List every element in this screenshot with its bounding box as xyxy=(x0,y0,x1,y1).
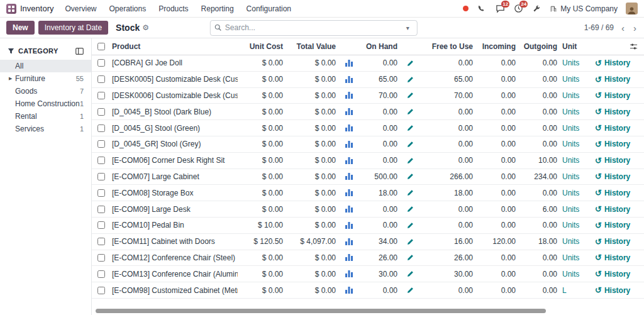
history-button[interactable]: ↺ History xyxy=(595,270,644,279)
expand-caret-icon[interactable]: ▶ xyxy=(9,76,15,81)
phone-icon[interactable] xyxy=(477,4,487,14)
row-checkbox[interactable] xyxy=(97,157,105,164)
menu-reporting[interactable]: Reporting xyxy=(201,4,234,13)
total-value-cell[interactable]: $ 0.00 xyxy=(288,221,341,229)
inventory-app-icon[interactable] xyxy=(6,4,16,14)
category-item[interactable]: Home Construction 1 xyxy=(0,97,91,110)
incoming-cell[interactable]: 0.00 xyxy=(478,253,521,262)
unit-link[interactable]: Units xyxy=(562,140,595,148)
free-to-use-cell[interactable]: 0.00 xyxy=(418,205,478,214)
incoming-cell[interactable]: 0.00 xyxy=(478,91,521,100)
table-row[interactable]: [D_0045_GR] Stool (Grey) $ 0.00 $ 0.00 0… xyxy=(92,136,644,153)
unit-cost-cell[interactable]: $ 0.00 xyxy=(238,91,288,100)
edit-pencil-icon[interactable] xyxy=(402,173,418,180)
incoming-cell[interactable]: 0.00 xyxy=(478,58,521,67)
user-avatar[interactable] xyxy=(626,3,638,14)
product-name[interactable]: [D_0045_B] Stool (Dark Blue) xyxy=(111,108,238,116)
unit-cost-cell[interactable]: $ 0.00 xyxy=(238,189,288,197)
total-value-cell[interactable]: $ 0.00 xyxy=(288,156,341,165)
edit-pencil-icon[interactable] xyxy=(402,189,418,196)
total-value-cell[interactable]: $ 4,097.00 xyxy=(288,237,341,246)
outgoing-cell[interactable]: 0.00 xyxy=(521,108,562,116)
edit-pencil-icon[interactable] xyxy=(402,108,418,115)
total-value-cell[interactable]: $ 0.00 xyxy=(288,140,341,148)
history-button[interactable]: ↺ History xyxy=(595,189,644,197)
edit-pencil-icon[interactable] xyxy=(402,287,418,294)
product-name[interactable]: [D_0045_GR] Stool (Grey) xyxy=(111,140,238,148)
product-name[interactable]: [E-COM08] Storage Box xyxy=(111,189,238,197)
total-value-cell[interactable]: $ 0.00 xyxy=(288,91,341,100)
on-hand-cell[interactable]: 0.00 xyxy=(357,58,402,67)
free-to-use-cell[interactable]: 0.00 xyxy=(418,140,478,148)
forecast-chart-icon[interactable] xyxy=(341,189,357,196)
outgoing-cell[interactable]: 18.00 xyxy=(521,237,562,246)
new-button[interactable]: New xyxy=(6,21,35,35)
free-to-use-cell[interactable]: 65.00 xyxy=(418,75,478,84)
table-row[interactable]: [E-COM13] Conference Chair (Aluminium) $… xyxy=(92,266,644,282)
optional-columns-icon[interactable] xyxy=(595,43,644,50)
product-name[interactable]: [E-COM06] Corner Desk Right Sit xyxy=(111,156,238,165)
total-value-cell[interactable]: $ 0.00 xyxy=(288,270,341,279)
forecast-chart-icon[interactable] xyxy=(341,60,357,67)
edit-pencil-icon[interactable] xyxy=(402,254,418,261)
category-item[interactable]: Services 1 xyxy=(0,123,91,135)
company-switcher[interactable]: My US Company xyxy=(550,4,618,13)
outgoing-cell[interactable]: 0.00 xyxy=(521,58,562,67)
unit-link[interactable]: Units xyxy=(562,75,595,84)
unit-link[interactable]: L xyxy=(562,286,595,295)
unit-link[interactable]: Units xyxy=(562,58,595,67)
header-incoming[interactable]: Incoming xyxy=(478,42,521,51)
row-checkbox[interactable] xyxy=(97,108,105,116)
history-button[interactable]: ↺ History xyxy=(595,172,644,181)
history-button[interactable]: ↺ History xyxy=(595,91,644,100)
row-checkbox[interactable] xyxy=(97,173,105,180)
row-checkbox[interactable] xyxy=(97,124,105,132)
product-name[interactable]: [E-COM11] Cabinet with Doors xyxy=(111,237,238,246)
row-checkbox[interactable] xyxy=(97,254,105,262)
forecast-chart-icon[interactable] xyxy=(341,222,357,229)
row-checkbox[interactable] xyxy=(97,59,105,67)
incoming-cell[interactable]: 0.00 xyxy=(478,140,521,148)
forecast-chart-icon[interactable] xyxy=(341,92,357,99)
unit-link[interactable]: Units xyxy=(562,172,595,181)
activities-icon[interactable]: 24 xyxy=(513,4,523,14)
product-name[interactable]: [DESK0006] Customizable Desk (Custom, Bl… xyxy=(111,91,238,100)
outgoing-cell[interactable]: 0.00 xyxy=(521,75,562,84)
table-row[interactable]: [E-COM06] Corner Desk Right Sit $ 0.00 $… xyxy=(92,153,644,169)
table-row[interactable]: [E-COM12] Conference Chair (Steel) $ 0.0… xyxy=(92,250,644,267)
developer-tools-icon[interactable] xyxy=(531,4,541,14)
incoming-cell[interactable]: 0.00 xyxy=(478,286,521,295)
incoming-cell[interactable]: 0.00 xyxy=(478,108,521,116)
incoming-cell[interactable]: 0.00 xyxy=(478,156,521,165)
header-product[interactable]: Product xyxy=(111,42,238,51)
forecast-chart-icon[interactable] xyxy=(341,141,357,148)
product-name[interactable]: [E-COM13] Conference Chair (Aluminium) xyxy=(111,270,238,279)
row-checkbox[interactable] xyxy=(97,221,105,229)
product-name[interactable]: [E-COM98] Customized Cabinet (Metric) xyxy=(111,286,238,295)
product-name[interactable]: [DESK0005] Customizable Desk (Custom, Wh… xyxy=(111,75,238,84)
unit-cost-cell[interactable]: $ 0.00 xyxy=(238,58,288,67)
category-item[interactable]: Goods 7 xyxy=(0,85,91,97)
app-name[interactable]: Inventory xyxy=(20,4,53,13)
edit-pencil-icon[interactable] xyxy=(402,76,418,83)
menu-operations[interactable]: Operations xyxy=(109,4,147,13)
free-to-use-cell[interactable]: 0.00 xyxy=(418,124,478,133)
menu-overview[interactable]: Overview xyxy=(65,4,96,13)
menu-configuration[interactable]: Configuration xyxy=(247,4,291,13)
unit-cost-cell[interactable]: $ 0.00 xyxy=(238,75,288,84)
outgoing-cell[interactable]: 234.00 xyxy=(521,172,562,181)
free-to-use-cell[interactable]: 30.00 xyxy=(418,270,478,279)
total-value-cell[interactable]: $ 0.00 xyxy=(288,253,341,262)
forecast-chart-icon[interactable] xyxy=(341,108,357,115)
table-row[interactable]: [D_0045_G] Stool (Green) $ 0.00 $ 0.00 0… xyxy=(92,120,644,136)
row-checkbox[interactable] xyxy=(97,206,105,213)
edit-pencil-icon[interactable] xyxy=(402,206,418,213)
forecast-chart-icon[interactable] xyxy=(341,173,357,180)
unit-link[interactable]: Units xyxy=(562,91,595,100)
menu-products[interactable]: Products xyxy=(158,4,188,13)
product-name[interactable]: [COBRA] GI Joe Doll xyxy=(111,58,238,67)
search-dropdown-caret-icon[interactable]: ▾ xyxy=(402,25,413,31)
free-to-use-cell[interactable]: 18.00 xyxy=(418,189,478,197)
product-name[interactable]: [E-COM10] Pedal Bin xyxy=(111,221,238,229)
pager-previous-icon[interactable]: ‹ xyxy=(620,23,626,33)
